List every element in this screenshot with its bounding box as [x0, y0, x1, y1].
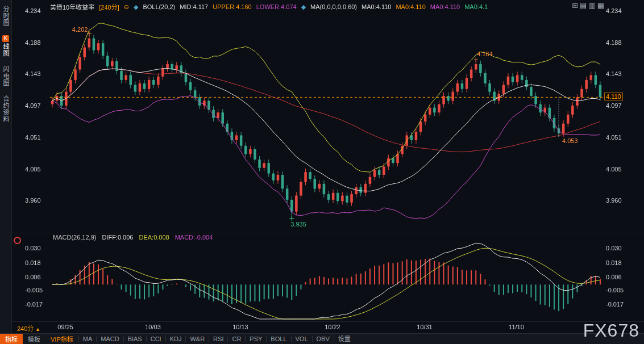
indicator-obv[interactable]: OBV	[312, 335, 334, 342]
macd-axis-tick: 0.030	[606, 245, 622, 251]
ma0-value-1: MA0:4.110	[362, 3, 391, 10]
indicator-wr[interactable]: W&R	[185, 335, 209, 342]
settings-tab[interactable]: 设置	[334, 335, 355, 342]
price-axis-tick: 4.051	[25, 134, 41, 141]
sidebar-item-time-chart[interactable]: 分时图	[1, 6, 10, 26]
tab-vip-indicators[interactable]: VIP指标	[45, 334, 78, 344]
price-axis-tick: 4.143	[606, 70, 622, 77]
price-axis-tick: 3.960	[25, 197, 41, 204]
layout-grid-icon[interactable]: ⊞	[572, 1, 578, 10]
x-axis-date-label: 11/10	[509, 324, 524, 330]
pane-divider	[12, 233, 644, 233]
macd-axis-tick: 0.006	[25, 274, 41, 280]
fx678-watermark: FX678	[583, 320, 639, 341]
indicator-boll[interactable]: BOLL	[266, 335, 290, 342]
window-layout-icons: ⊞▤▥▦	[572, 1, 604, 10]
period-label[interactable]: [240分]	[99, 2, 119, 11]
indicator-macd[interactable]: MACD	[96, 335, 123, 342]
sidebar-item-contract-info-label: 合约资料	[1, 95, 10, 123]
axis-divider	[12, 321, 644, 322]
price-axis-tick: 4.051	[606, 134, 622, 141]
indicator-cci[interactable]: CCI	[146, 335, 165, 342]
ma0-value-3: MA0:4.110	[430, 3, 460, 10]
bottom-toolbar: 指标模板VIP指标MAMACDBIASCCIKDJW&RRSICRPSYBOLL…	[0, 333, 644, 344]
sidebar-item-kline-chart[interactable]: K线图	[1, 35, 10, 57]
indicator-cr[interactable]: CR	[227, 335, 245, 342]
timeframe-label: 240分	[17, 325, 34, 332]
x-axis-date-label: 10/22	[325, 324, 340, 330]
timeframe-up-arrow-icon: ▲	[35, 326, 40, 332]
indicator-vol[interactable]: VOL	[291, 335, 312, 342]
boll-lower-value: LOWER:4.074	[256, 3, 297, 10]
macd-axis-tick: -0.017	[25, 301, 43, 308]
x-axis-date-label: 10/03	[145, 324, 161, 330]
sidebar-item-lightning-chart-label: 闪电图	[1, 66, 10, 86]
macd-pane-marker-icon[interactable]	[14, 237, 21, 244]
price-axis-tick: 4.143	[25, 70, 41, 77]
ma0-value-2: MA0:4.110	[396, 3, 425, 10]
macd-dea-value: DEA:0.008	[139, 234, 169, 241]
price-axis-tick: 4.188	[25, 39, 41, 46]
macd-axis-tick: 0.006	[606, 274, 622, 280]
ma-marker-icon: ◆	[301, 3, 306, 11]
macd-indicator-header: MACD(26,12,9)DIFF:0.006DEA:0.008MACD:-0.…	[53, 234, 213, 241]
price-axis-tick: 4.234	[606, 7, 622, 14]
boll-mid-value: MID:4.117	[180, 3, 208, 10]
layout-columns-icon[interactable]: ▥	[588, 1, 595, 10]
macd-diff-value: DIFF:0.006	[102, 234, 133, 241]
macd-axis-tick: 0.018	[606, 259, 622, 266]
boll-label: BOLL(20,2)	[143, 3, 175, 10]
layout-cells-icon[interactable]: ▦	[597, 1, 604, 10]
boll-marker-icon: ◆	[134, 3, 138, 11]
tab-indicators[interactable]: 指标	[0, 334, 23, 344]
trading-chart-app: 分时图K线图闪电图合约资料 美债10年收益率[240分]⊖◆BOLL(20,2)…	[0, 0, 644, 344]
macd-label: MACD(26,12,9)	[53, 234, 96, 241]
price-axis-tick: 4.097	[606, 102, 622, 109]
macd-axis-tick: -0.017	[606, 301, 624, 308]
x-axis-date-label: 10/31	[417, 324, 433, 330]
macd-axis-tick: -0.005	[606, 287, 624, 293]
macd-axis-tick: 0.018	[25, 259, 41, 266]
macd-axis-tick: -0.005	[25, 287, 43, 293]
price-axis-tick: 3.960	[606, 197, 622, 204]
price-axis-tick: 4.188	[606, 39, 622, 46]
sidebar-item-kline-chart-label: 线图	[1, 43, 10, 57]
indicator-ma[interactable]: MA	[78, 335, 97, 342]
price-axis-tick: 4.097	[25, 102, 41, 109]
tab-templates[interactable]: 模板	[23, 334, 45, 344]
ma0-value-4: MA0:4.1	[464, 3, 488, 10]
x-axis-date-label: 09/25	[57, 324, 73, 330]
price-axis-tick: 4.005	[606, 166, 622, 173]
kline-badge: K	[2, 35, 9, 42]
ma-label: MA(0,0,0,0,0,60)	[310, 3, 357, 10]
collapse-icon[interactable]: ⊖	[124, 3, 129, 11]
indicator-bias[interactable]: BIAS	[123, 335, 146, 342]
left-sidebar: 分时图K线图闪电图合约资料	[0, 0, 12, 339]
sidebar-item-contract-info[interactable]: 合约资料	[1, 95, 10, 123]
layout-rows-icon[interactable]: ▤	[580, 1, 587, 10]
chart-header: 美债10年收益率[240分]⊖◆BOLL(20,2)MID:4.117UPPER…	[50, 2, 488, 11]
price-axis-tick: 4.234	[25, 7, 41, 14]
boll-upper-value: UPPER:4.160	[213, 3, 251, 10]
macd-axis-tick: 0.030	[25, 245, 41, 251]
x-axis-date-label: 10/13	[232, 324, 248, 330]
chart-canvas[interactable]	[0, 0, 644, 344]
indicator-rsi[interactable]: RSI	[209, 335, 227, 342]
sidebar-item-lightning-chart[interactable]: 闪电图	[1, 66, 10, 86]
indicator-kdj[interactable]: KDJ	[165, 335, 186, 342]
macd-macd-value: MACD:-0.004	[175, 234, 213, 241]
indicator-psy[interactable]: PSY	[245, 335, 266, 342]
symbol-title: 美债10年收益率	[50, 2, 94, 11]
sidebar-item-time-chart-label: 分时图	[1, 6, 10, 26]
current-price-tag: 4.110	[604, 93, 623, 100]
price-axis-tick: 4.005	[25, 166, 41, 173]
timeframe-selector[interactable]: 240分▲	[17, 324, 40, 333]
